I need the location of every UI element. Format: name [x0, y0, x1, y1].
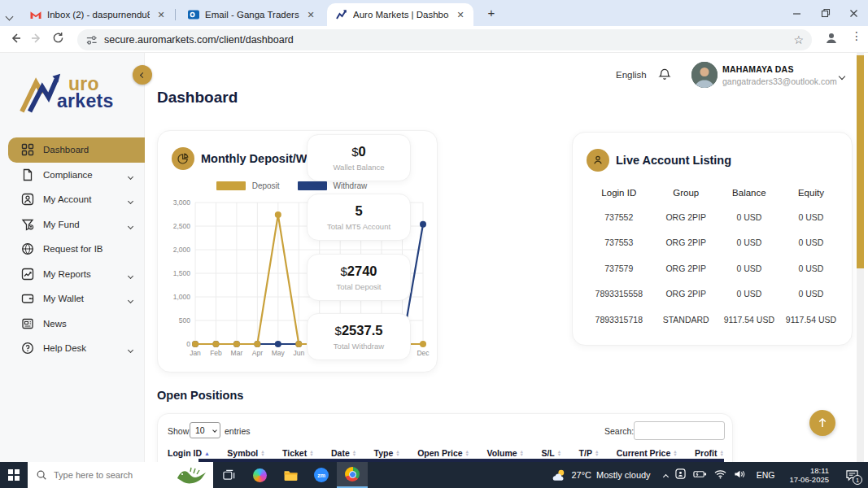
person-icon [587, 149, 609, 172]
teams-tray-icon[interactable] [675, 468, 686, 482]
forward-button[interactable] [26, 32, 47, 47]
browser-tab-outlook[interactable]: Email - Ganga Traders - Outloo ✕ [179, 3, 324, 26]
new-tab-button[interactable]: + [483, 5, 499, 21]
tab-divider [175, 9, 176, 20]
sidebar-item-dashboard[interactable]: Dashboard [8, 137, 145, 163]
minimize-button[interactable] [783, 0, 811, 26]
sidebar-item-my-fund[interactable]: My Fund [0, 212, 145, 237]
taskbar-search[interactable] [28, 462, 213, 488]
user-menu-chevron-icon[interactable] [840, 68, 844, 82]
sidebar-item-request-for-ib[interactable]: Request for IB [0, 237, 145, 262]
scrollbar-thumb[interactable] [857, 55, 864, 268]
entries-select[interactable]: 10 [190, 422, 220, 438]
chevron-down-icon[interactable] [129, 192, 133, 207]
reload-button[interactable] [47, 32, 68, 46]
chrome-button[interactable] [337, 462, 368, 488]
search-highlight-crocodile-image[interactable] [174, 466, 208, 484]
taskbar-clock[interactable]: 18:11 17-06-2025 [783, 462, 835, 488]
clock-time: 18:11 [789, 466, 829, 475]
svg-text:3,000: 3,000 [173, 198, 191, 207]
positions-column-current-price[interactable]: Current Price▲▼ [617, 448, 678, 458]
page-scrollbar[interactable] [857, 53, 864, 462]
task-view-button[interactable] [213, 462, 244, 488]
chevron-down-icon[interactable] [129, 168, 133, 182]
live-cell: ORG 2PIP [654, 212, 718, 222]
action-center-button[interactable]: 1 [835, 462, 868, 488]
positions-column-profit[interactable]: Profit▲▼ [695, 448, 724, 458]
sort-icon: ▲▼ [719, 450, 723, 457]
positions-column-t-p[interactable]: T/P▲▼ [579, 448, 600, 458]
chevron-down-icon[interactable] [129, 267, 133, 281]
tray-expand-icon[interactable] [664, 468, 668, 482]
sidebar-collapse-button[interactable] [133, 65, 152, 85]
tab-search-icon[interactable] [7, 8, 12, 23]
zoom-app-button[interactable]: zm [306, 462, 337, 488]
restore-button[interactable] [811, 0, 840, 26]
browser-profile-icon[interactable] [824, 31, 839, 49]
sidebar-item-my-reports[interactable]: My Reports [0, 262, 145, 287]
live-account-table: Login IDGroupBalanceEquity737552ORG 2PIP… [584, 181, 842, 333]
search-label: Search: [604, 426, 634, 436]
positions-column-open-price[interactable]: Open Price▲▼ [417, 448, 469, 458]
volume-icon[interactable] [734, 468, 746, 482]
address-bar[interactable]: secure.auromarkets.com/client/dashboard … [77, 29, 812, 50]
table-row: 737579ORG 2PIP0 USD0 USD [584, 255, 842, 281]
svg-text:Dec: Dec [417, 349, 430, 357]
live-cell: 0 USD [718, 237, 780, 247]
sidebar-item-news[interactable]: News [0, 312, 145, 337]
sidebar-item-my-wallet[interactable]: My Wallet [0, 286, 145, 312]
app-content: uro arkets DashboardComplianceMy Account… [0, 53, 868, 462]
live-cell: 737579 [584, 264, 654, 273]
live-cell: 7893315718 [584, 315, 654, 325]
positions-column-symbol[interactable]: Symbol▲▼ [227, 448, 264, 458]
positions-search-input[interactable] [634, 421, 725, 440]
file-explorer-button[interactable] [275, 462, 306, 488]
wifi-icon[interactable] [714, 468, 726, 482]
positions-column-type[interactable]: Type▲▼ [374, 448, 400, 458]
user-avatar[interactable] [691, 62, 718, 88]
pie-chart-icon [172, 147, 194, 170]
url-text[interactable]: secure.auromarkets.com/client/dashboard [104, 34, 793, 46]
stat-label: Total Withdraw [334, 342, 384, 351]
positions-column-volume[interactable]: Volume▲▼ [486, 448, 524, 458]
browser-tab-gmail[interactable]: Inbox (2) - daspurnendu834@g ✕ [21, 3, 174, 26]
tab-close-icon[interactable]: ✕ [454, 8, 467, 21]
tab-close-icon[interactable]: ✕ [304, 8, 317, 21]
close-window-button[interactable] [840, 0, 868, 26]
start-button[interactable] [0, 462, 28, 488]
language-selector[interactable]: English [616, 70, 647, 80]
battery-icon[interactable] [693, 468, 707, 482]
sidebar-item-help-desk[interactable]: Help Desk [0, 336, 145, 361]
taskbar-weather[interactable]: 27°C Mostly cloudy [543, 462, 658, 488]
live-column-header: Group [654, 188, 718, 198]
bookmark-star-icon[interactable]: ☆ [793, 33, 804, 46]
site-settings-icon[interactable] [85, 34, 98, 46]
tab-close-icon[interactable]: ✕ [155, 8, 168, 21]
entries-label: entries [225, 426, 251, 436]
sidebar-item-label: My Account [43, 194, 91, 204]
positions-column-login-id[interactable]: Login ID▲ [168, 448, 210, 458]
sidebar-item-my-account[interactable]: My Account [0, 187, 145, 212]
help-icon [21, 342, 34, 355]
taskbar-search-input[interactable] [54, 470, 174, 480]
live-cell: ORG 2PIP [654, 237, 718, 247]
stat-value: $2537.5 [335, 323, 383, 338]
sidebar-item-compliance[interactable]: Compliance [0, 163, 145, 188]
copilot-button[interactable] [244, 462, 275, 488]
chevron-down-icon[interactable] [129, 217, 133, 232]
sidebar-item-label: My Reports [43, 269, 91, 279]
scroll-to-top-button[interactable] [809, 410, 835, 436]
table-row: 7893315718STANDARD9117.54 USD9117.54 USD [584, 307, 842, 333]
live-cell: 7893315558 [584, 289, 654, 298]
browser-menu-icon[interactable]: ⋮ [851, 29, 862, 42]
keyboard-language[interactable]: ENG [753, 470, 779, 480]
positions-column-s-l[interactable]: S/L▲▼ [541, 448, 561, 458]
notification-bell-icon[interactable] [657, 68, 672, 82]
chevron-down-icon[interactable] [129, 291, 133, 306]
positions-column-date[interactable]: Date▲▼ [331, 448, 356, 458]
back-button[interactable] [5, 32, 26, 47]
positions-column-ticket[interactable]: Ticket▲▼ [282, 448, 314, 458]
browser-tab-auro-active[interactable]: Auro Markets | Dashboard ✕ [327, 3, 473, 26]
chevron-down-icon[interactable] [129, 341, 133, 355]
zoom-icon: zm [314, 468, 329, 482]
